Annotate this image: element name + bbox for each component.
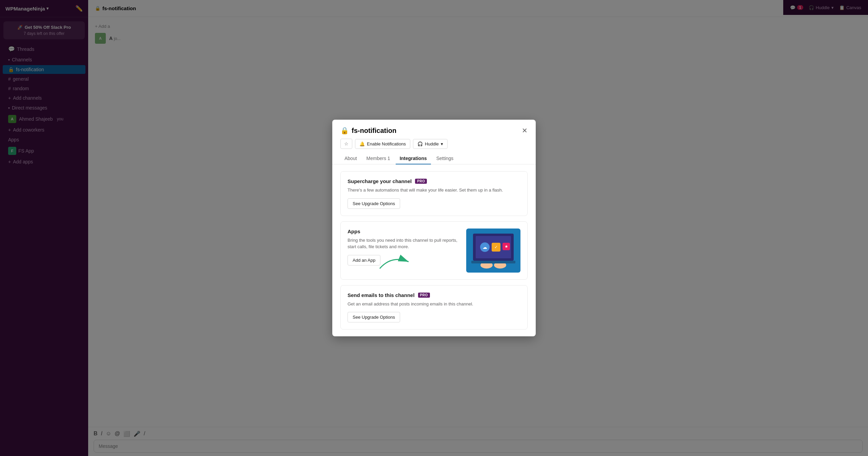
apps-card-header: Apps bbox=[348, 229, 466, 234]
modal-title-text: fs-notification bbox=[352, 127, 396, 135]
tab-about[interactable]: About bbox=[340, 153, 361, 164]
modal-title: 🔒 fs-notification bbox=[340, 126, 396, 135]
apps-button-area: Add an App bbox=[348, 255, 466, 265]
supercharge-card-title: Supercharge your channel bbox=[348, 178, 412, 184]
email-upgrade-button[interactable]: See Upgrade Options bbox=[348, 312, 400, 322]
supercharge-upgrade-button[interactable]: See Upgrade Options bbox=[348, 198, 400, 209]
channel-settings-modal: 🔒 fs-notification ✕ ☆ 🔔 Enable Notificat… bbox=[332, 120, 536, 336]
enable-notifications-button[interactable]: 🔔 Enable Notifications bbox=[355, 139, 410, 149]
modal-close-button[interactable]: ✕ bbox=[522, 127, 528, 134]
email-card: Send emails to this channel PRO Get an e… bbox=[340, 285, 528, 330]
svg-text:☁: ☁ bbox=[482, 244, 487, 250]
bell-icon: 🔔 bbox=[359, 141, 365, 146]
modal-lock-icon: 🔒 bbox=[340, 126, 349, 135]
tab-about-label: About bbox=[344, 156, 357, 161]
email-pro-badge: PRO bbox=[418, 293, 430, 298]
headset-icon: 🎧 bbox=[417, 141, 423, 146]
tab-members-label: Members 1 bbox=[367, 156, 390, 161]
star-button[interactable]: ☆ bbox=[340, 139, 352, 149]
supercharge-card: Supercharge your channel PRO There's a f… bbox=[340, 171, 528, 216]
arrow-annotation bbox=[378, 252, 412, 272]
apps-illustration: ☁ ✓ ★ bbox=[466, 229, 520, 273]
tab-integrations[interactable]: Integrations bbox=[396, 153, 431, 164]
huddle-modal-label: Huddle bbox=[425, 141, 439, 146]
svg-rect-12 bbox=[471, 261, 515, 263]
modal-body: Supercharge your channel PRO There's a f… bbox=[332, 164, 536, 336]
apps-card: Apps Bring the tools you need into this … bbox=[340, 221, 528, 280]
apps-card-left: Apps Bring the tools you need into this … bbox=[348, 229, 466, 265]
add-app-button[interactable]: Add an App bbox=[348, 255, 380, 265]
apps-card-desc: Bring the tools you need into this chann… bbox=[348, 237, 466, 250]
huddle-button[interactable]: 🎧 Huddle ▾ bbox=[413, 139, 448, 149]
enable-notifications-label: Enable Notifications bbox=[367, 141, 406, 146]
tab-integrations-label: Integrations bbox=[400, 156, 427, 161]
email-card-header: Send emails to this channel PRO bbox=[348, 292, 520, 298]
huddle-chevron-icon: ▾ bbox=[441, 141, 443, 146]
supercharge-pro-badge: PRO bbox=[415, 179, 427, 184]
star-icon: ☆ bbox=[344, 141, 349, 146]
modal-tabs: About Members 1 Integrations Settings bbox=[332, 153, 536, 164]
apps-card-title: Apps bbox=[348, 229, 360, 234]
modal-overlay: 🔒 fs-notification ✕ ☆ 🔔 Enable Notificat… bbox=[0, 0, 868, 456]
supercharge-card-header: Supercharge your channel PRO bbox=[348, 178, 520, 184]
supercharge-card-desc: There's a few automations that will make… bbox=[348, 187, 520, 194]
svg-text:✓: ✓ bbox=[494, 245, 498, 250]
modal-actions: ☆ 🔔 Enable Notifications 🎧 Huddle ▾ bbox=[332, 135, 536, 153]
email-card-title: Send emails to this channel bbox=[348, 292, 415, 298]
tab-settings[interactable]: Settings bbox=[432, 153, 458, 164]
tab-settings-label: Settings bbox=[436, 156, 454, 161]
svg-text:★: ★ bbox=[505, 244, 508, 249]
email-card-desc: Get an email address that posts incoming… bbox=[348, 301, 520, 308]
modal-header: 🔒 fs-notification ✕ bbox=[332, 120, 536, 135]
tab-members[interactable]: Members 1 bbox=[362, 153, 394, 164]
